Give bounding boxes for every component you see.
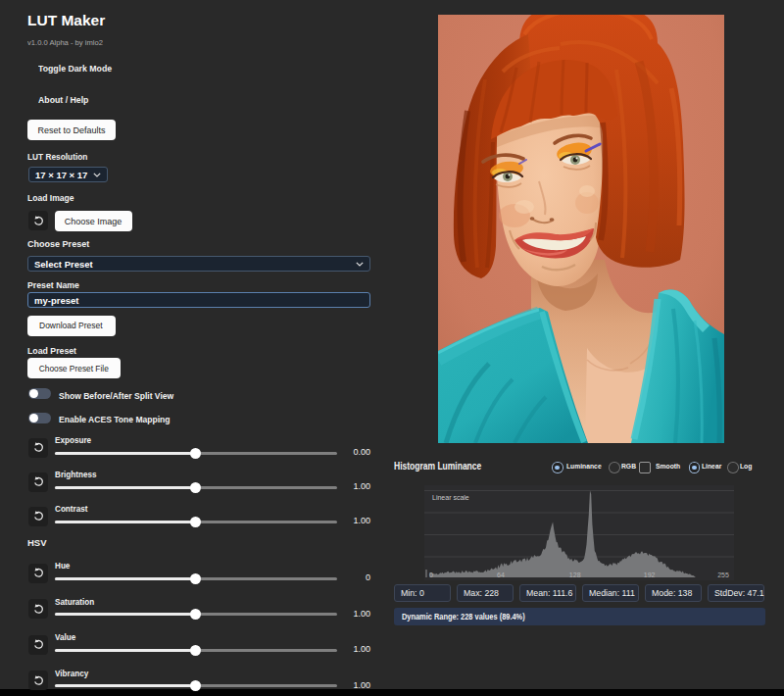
svg-text:192: 192 (644, 572, 656, 578)
svg-text:64: 64 (497, 572, 505, 578)
svg-text:0: 0 (429, 572, 433, 578)
svg-text:Linear scale: Linear scale (432, 494, 469, 501)
svg-text:128: 128 (569, 572, 581, 578)
svg-text:255: 255 (717, 572, 729, 578)
